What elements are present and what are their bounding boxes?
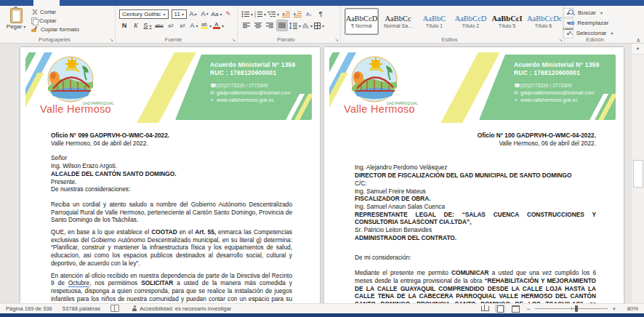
chevron-down-icon: ▾ xyxy=(600,10,603,15)
zoom-control: − + xyxy=(526,305,617,313)
borders-button[interactable]: ▾ xyxy=(314,20,324,31)
zoom-slider-thumb[interactable] xyxy=(575,305,578,312)
cut-button[interactable]: Cortar xyxy=(31,8,111,16)
shrink-font-button[interactable]: A▼ xyxy=(200,9,210,19)
sort-button[interactable]: A↓ xyxy=(304,9,314,19)
style-card-normal-sa-[interactable]: AaBbCcNormal Sa... xyxy=(381,8,415,35)
zoom-in-button[interactable]: + xyxy=(611,305,617,313)
web-layout-button[interactable] xyxy=(510,305,520,313)
font-color-swatch xyxy=(213,27,220,29)
svg-text:3: 3 xyxy=(254,15,256,17)
collapse-ribbon-button[interactable]: ∧ xyxy=(636,37,640,44)
clipboard-dialog-launcher[interactable]: ↘ xyxy=(109,36,113,43)
style-card--normal[interactable]: AaBbCcD¶ Normal xyxy=(345,8,379,35)
letterhead-email: gadprvallehermoso@hotmail.com xyxy=(217,90,290,95)
justify-button[interactable] xyxy=(276,20,288,31)
paragraph-dialog-launcher[interactable]: ↘ xyxy=(334,36,339,43)
word-count[interactable]: 53788 palabras xyxy=(63,305,100,312)
text-line: Señor xyxy=(51,154,292,162)
align-left-button[interactable] xyxy=(241,20,251,31)
decrease-indent-button[interactable] xyxy=(281,9,291,19)
chevron-down-icon: ▾ xyxy=(150,23,152,28)
format-painter-button[interactable]: Copiar formato xyxy=(31,25,111,33)
style-name: Título 1 xyxy=(418,23,451,29)
text-line: De nuestras consideraciones: xyxy=(51,185,292,193)
select-label: Seleccionar xyxy=(576,30,607,36)
zoom-slider[interactable] xyxy=(535,308,608,309)
proofing-status[interactable] xyxy=(110,305,121,313)
style-card-t-tulo-2[interactable]: AaBbCcDTítulo 2 xyxy=(454,8,488,35)
style-preview: AaBbCc xyxy=(382,15,414,23)
accessibility-status[interactable]: Accesibilidad: es necesario investigar xyxy=(132,305,231,312)
logo-emblem-icon xyxy=(44,55,97,103)
proofing-book-icon xyxy=(110,305,119,312)
font-size-combo[interactable]: 11 ▾ xyxy=(172,9,187,19)
letterhead-email: gadprvallehermoso@hotmail.com xyxy=(520,90,594,95)
multilevel-list-button[interactable]: ▾ xyxy=(267,9,279,19)
blank-line xyxy=(355,147,596,164)
copy-button[interactable]: Copiar xyxy=(31,17,111,25)
highlight-color-button[interactable]: ab▾ xyxy=(201,20,212,31)
styles-dialog-launcher[interactable]: ↘ xyxy=(558,36,563,43)
word-application-window: Pegar▾ Cortar Copiar Copiar formato Port… xyxy=(0,0,644,317)
grow-font-button[interactable]: A▲ xyxy=(188,9,198,19)
subscript-button[interactable]: x2 xyxy=(166,20,176,31)
scrollbar-thumb[interactable] xyxy=(633,160,643,188)
zoom-percentage[interactable]: 80% xyxy=(622,305,638,312)
style-card-t-tulo-5[interactable]: AaBbCcITítulo 5 xyxy=(490,8,524,35)
font-dialog-launcher[interactable]: ↘ xyxy=(231,36,236,43)
underline-button[interactable]: S▾ xyxy=(142,20,153,31)
document-page-right[interactable]: Acuerdo Ministerial N° 1359RUC : 1768120… xyxy=(324,47,624,303)
italic-button[interactable]: K xyxy=(131,20,141,31)
font-color-button[interactable]: A▾ xyxy=(213,20,224,31)
active-tab-notch[interactable] xyxy=(33,0,60,6)
scroll-up-button[interactable]: ▲ xyxy=(632,44,644,55)
window-bottom-edge xyxy=(0,313,644,317)
vertical-scrollbar[interactable]: ▲ xyxy=(631,44,644,303)
body-text: Mediante el presente me permito xyxy=(355,269,451,276)
replace-button[interactable]: ab Reemplazar xyxy=(568,18,627,28)
style-name: Normal Sa... xyxy=(382,23,414,29)
align-center-button[interactable] xyxy=(253,20,263,31)
text-effects-button[interactable]: A▾ xyxy=(189,20,199,31)
read-mode-button[interactable] xyxy=(480,305,490,313)
zoom-out-button[interactable]: − xyxy=(526,305,531,313)
document-page-left[interactable]: Acuerdo Ministerial N° 1359RUC : 1768120… xyxy=(20,47,320,303)
align-right-button[interactable] xyxy=(265,20,275,31)
decorative-stripe xyxy=(25,73,44,123)
increase-indent-button[interactable] xyxy=(292,9,302,19)
show-formatting-marks-button[interactable]: ¶ xyxy=(315,9,326,19)
text-line: FISCALIZADOR DE OBRA. xyxy=(355,195,596,203)
bold-button[interactable]: N xyxy=(119,20,129,31)
text-line: C/C: xyxy=(355,180,596,188)
numbered-list-button[interactable]: 123▾ xyxy=(254,9,266,19)
style-preview: AaBbC xyxy=(418,15,451,23)
search-icon xyxy=(568,9,575,16)
letter-body[interactable]: Oficio N° 099 GADPRVH-O-WMC-04-2022.Vall… xyxy=(20,123,320,303)
style-card-t-tulo-1[interactable]: AaBbCTítulo 1 xyxy=(417,8,451,35)
shading-button[interactable]: ▾ xyxy=(302,20,313,31)
format-painter-icon xyxy=(31,26,39,33)
letterhead-website: www.vallehermoso.gob.ec xyxy=(217,97,274,103)
paste-button[interactable]: Pegar▾ xyxy=(4,8,28,32)
bullet-list-button[interactable]: ▾ xyxy=(241,9,253,19)
text-line: REPRESENTANTE LEGAL DE: “SALAS CUENCA CO… xyxy=(355,211,596,226)
clear-formatting-button[interactable]: ✎ xyxy=(223,9,233,19)
blank-line xyxy=(51,193,292,201)
blank-line xyxy=(355,262,596,269)
font-family-combo[interactable]: Century Gothic ▾ xyxy=(119,9,169,19)
letter-body[interactable]: Oficio N° 100 GADPRVH-O-WMC-04-2022.Vall… xyxy=(324,123,624,303)
print-layout-button[interactable] xyxy=(495,305,505,313)
superscript-button[interactable]: x2 xyxy=(177,20,188,31)
line-spacing-button[interactable]: ▾ xyxy=(289,20,301,31)
strikethrough-button[interactable]: abc xyxy=(154,20,164,31)
page-indicator[interactable]: Página 169 de 336 xyxy=(6,305,52,312)
change-case-button[interactable]: Aa▾ xyxy=(212,9,222,19)
find-button[interactable]: Buscar ▾ xyxy=(568,8,627,17)
style-card-t-tulo-6[interactable]: AaBbCcDcTítulo 6 xyxy=(526,8,560,35)
accessibility-person-icon xyxy=(132,305,137,311)
text-line: Ing. Samuel Freire Mateus xyxy=(355,188,596,196)
text-line: Mediante el presente me permito COMUNICA… xyxy=(355,269,596,303)
chevron-down-icon: ▾ xyxy=(182,12,184,17)
gad-valle-hermoso-logo: Valle Hermoso GAD PARROQUIAL xyxy=(348,55,435,106)
